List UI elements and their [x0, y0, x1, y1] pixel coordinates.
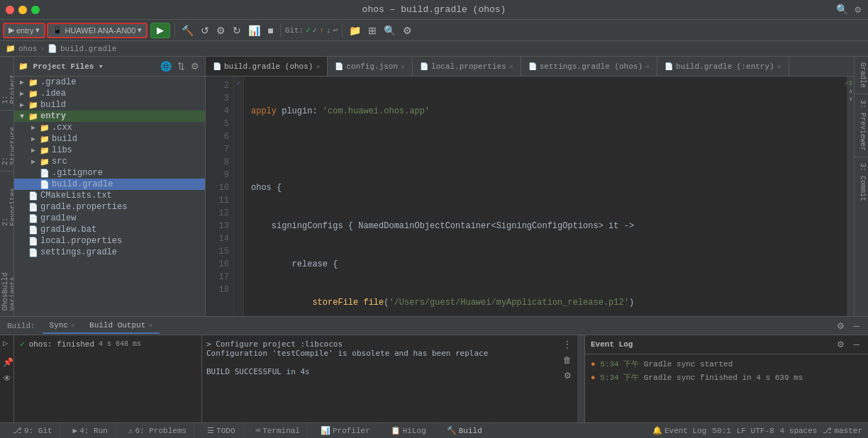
minimize-button[interactable] — [18, 6, 27, 14]
bottom-close-btn[interactable]: ─ — [850, 320, 862, 332]
status-hilog[interactable]: 📋 HiLog — [384, 423, 434, 438]
run-button[interactable]: ▶ — [150, 23, 170, 38]
split-view-icon[interactable]: ⊞ — [366, 23, 379, 38]
right-tab-commit[interactable]: 3: Commit — [855, 157, 868, 207]
bottom-tab-sync[interactable]: Sync ✕ — [43, 318, 82, 334]
bottom-settings-btn[interactable]: ⚙ — [834, 320, 847, 332]
search-icon[interactable]: 🔍 — [835, 2, 850, 17]
status-run[interactable]: ▶ 4: Run — [66, 423, 116, 438]
code-editor[interactable]: 2 3 4 5 6 7 8 9 10 11 12 13 14 15 16 17 … — [206, 77, 854, 316]
event-item-0-icon: ● — [591, 360, 596, 369]
tree-item-cxx[interactable]: ▶ 📁 .cxx — [14, 122, 205, 133]
maximize-button[interactable] — [31, 6, 40, 14]
tree-item-libs[interactable]: ▶ 📁 libs — [14, 145, 205, 156]
bottom-tab-build[interactable]: Build: — [0, 319, 43, 333]
right-tab-gradle[interactable]: Gradle — [855, 57, 868, 94]
tab-close-0[interactable]: ✕ — [316, 62, 320, 71]
tab-settings-gradle[interactable]: 📄 settings.gradle (ohos) ✕ — [521, 57, 657, 76]
build-item-ohos[interactable]: ✓ ohos: finished 4 s 648 ms — [17, 338, 199, 350]
breadcrumb-file[interactable]: build.gradle — [60, 45, 116, 53]
tree-item-settings-gradle[interactable]: ▶ 📄 settings.gradle — [14, 247, 205, 258]
breadcrumb-root[interactable]: ohos — [18, 45, 37, 53]
left-tab-ohos[interactable]: OhosBuild Variants — [0, 232, 13, 317]
tab-build-gradle-ohos[interactable]: 📄 build.gradle (ohos) ✕ — [206, 57, 328, 76]
git-status-icon: ⎇ — [13, 426, 22, 435]
project-view-icon[interactable]: 📁 — [347, 23, 363, 38]
tab-label-2: local.properties — [431, 62, 506, 71]
event-log-close-btn[interactable]: ─ — [850, 338, 862, 351]
build-icon-play[interactable]: ▷ — [3, 338, 8, 349]
refresh-icon[interactable]: ↻ — [230, 23, 243, 38]
tab-close-3[interactable]: ✕ — [645, 62, 650, 71]
tree-item-gitignore[interactable]: ▶ 📄 .gitignore — [14, 167, 205, 179]
build-success-icon: ✓ — [20, 339, 25, 349]
git-fetch: ↓ — [326, 26, 331, 35]
tree-item-src[interactable]: ▶ 📁 src — [14, 156, 205, 167]
git-status: Git: ✓ ✓ ↑ ↓ ↩ — [285, 26, 338, 35]
tab-close-2[interactable]: ✕ — [509, 62, 513, 71]
tree-item-gradlew[interactable]: ▶ 📄 gradlew — [14, 213, 205, 224]
bottom-scrollbar[interactable] — [577, 335, 584, 422]
tab-close-1[interactable]: ✕ — [401, 62, 405, 71]
build-icon[interactable]: 🔨 — [179, 23, 196, 38]
status-event-log[interactable]: 🔔 Event Log — [652, 426, 706, 435]
status-terminal[interactable]: ⌨ Terminal — [249, 423, 308, 438]
tree-item-idea[interactable]: ▶ 📁 .idea — [14, 88, 205, 99]
status-todo[interactable]: ☰ TODO — [200, 423, 243, 438]
stop-button[interactable]: ■ — [265, 23, 275, 38]
left-tab-favorites[interactable]: 2: Favorites — [0, 171, 13, 232]
sidebar-settings-btn[interactable]: ⚙ — [189, 60, 201, 73]
tree-item-cmakelists[interactable]: ▶ 📄 CMakeLists.txt — [14, 190, 205, 201]
build-output-trash-btn[interactable]: 🗑 — [560, 354, 574, 366]
status-branch[interactable]: ⎇ master — [823, 426, 862, 435]
status-git[interactable]: ⎇ 9: Git — [6, 423, 60, 438]
tree-item-local-properties[interactable]: ▶ 📄 local.properties — [14, 235, 205, 247]
todo-label: TODO — [216, 427, 235, 435]
build-output-reload-btn[interactable]: ⚙ — [560, 369, 574, 382]
status-profiler[interactable]: 📊 Profiler — [313, 423, 378, 438]
run-config-selector[interactable]: ▶ entry ▾ — [3, 23, 45, 38]
settings-toolbar-icon[interactable]: ⚙ — [401, 23, 414, 38]
right-tab-previewer[interactable]: 3: Previewer — [855, 94, 868, 157]
event-log-settings-btn[interactable]: ⚙ — [834, 338, 847, 351]
bottom-tab-sync-close[interactable]: ✕ — [71, 321, 75, 330]
bottom-tab-output-close[interactable]: ✕ — [148, 321, 152, 330]
build-panel: ▷ 📌 👁 ✓ ohos: finished 4 s 648 ms ⋮ 🗑 ⚙ — [0, 335, 577, 422]
tree-item-build[interactable]: ▶ 📁 build — [14, 99, 205, 111]
tab-local-properties[interactable]: 📄 local.properties ✕ — [413, 57, 521, 76]
find-icon[interactable]: 🔍 — [382, 23, 398, 38]
sidebar-sort-btn[interactable]: ⇅ — [176, 60, 187, 73]
status-problems[interactable]: ⚠ 6: Problems — [121, 423, 194, 438]
tab-config-json[interactable]: 📄 config.json ✕ — [328, 57, 413, 76]
settings-icon[interactable]: ⚙ — [854, 2, 862, 17]
close-button[interactable] — [6, 6, 14, 14]
editor-scrollbar[interactable]: ✓3 ∧ ∨ — [847, 77, 854, 316]
tree-item-build-gradle[interactable]: ▶ 📄 build.gradle — [14, 179, 205, 190]
tab-close-4[interactable]: ✕ — [777, 62, 781, 71]
tree-item-gradlew-bat[interactable]: ▶ 📄 gradlew.bat — [14, 224, 205, 235]
tree-item-gradle[interactable]: ▶ 📁 .gradle — [14, 77, 205, 88]
build-icon-eye[interactable]: 👁 — [3, 374, 11, 384]
left-tab-project[interactable]: 1: Project — [0, 57, 13, 110]
tab-build-gradle-entry[interactable]: 📄 build.gradle (:entry) ✕ — [657, 57, 789, 76]
file-tree: ▶ 📁 .gradle ▶ 📁 .idea ▶ 📁 build ▼ 📁 entr… — [14, 77, 205, 316]
bottom-tab-build-output[interactable]: Build Output ✕ — [82, 318, 160, 334]
status-encoding[interactable]: LF UTF-8 — [737, 427, 774, 435]
build-output-filter-btn[interactable]: ⋮ — [560, 338, 574, 351]
tree-item-entry[interactable]: ▼ 📁 entry — [14, 111, 205, 122]
sidebar-add-btn[interactable]: 🌐 — [159, 60, 173, 73]
tab-label-0: build.gradle (ohos) — [224, 62, 313, 71]
status-indent[interactable]: 4 spaces — [780, 427, 818, 435]
device-selector[interactable]: 📱 HUAWEI ANA-AN00 ▾ — [47, 23, 148, 38]
sync-icon[interactable]: ↺ — [199, 23, 211, 38]
build-icon-pin[interactable]: 📌 — [3, 357, 13, 368]
profiler-icon[interactable]: 📊 — [246, 23, 262, 38]
tree-item-gradle-properties[interactable]: ▶ 📄 gradle.properties — [14, 201, 205, 213]
analyze-icon[interactable]: ⚙ — [214, 23, 228, 38]
tree-item-entry-build[interactable]: ▶ 📁 build — [14, 133, 205, 145]
code-content[interactable]: apply plugin: 'com.huawei.ohos.app' ohos… — [244, 77, 847, 316]
status-position[interactable]: 50:1 — [712, 427, 730, 435]
left-tab-structure[interactable]: 2: Structure — [0, 110, 13, 171]
window-controls[interactable] — [6, 6, 40, 14]
status-build[interactable]: 🔨 Build — [440, 423, 490, 438]
